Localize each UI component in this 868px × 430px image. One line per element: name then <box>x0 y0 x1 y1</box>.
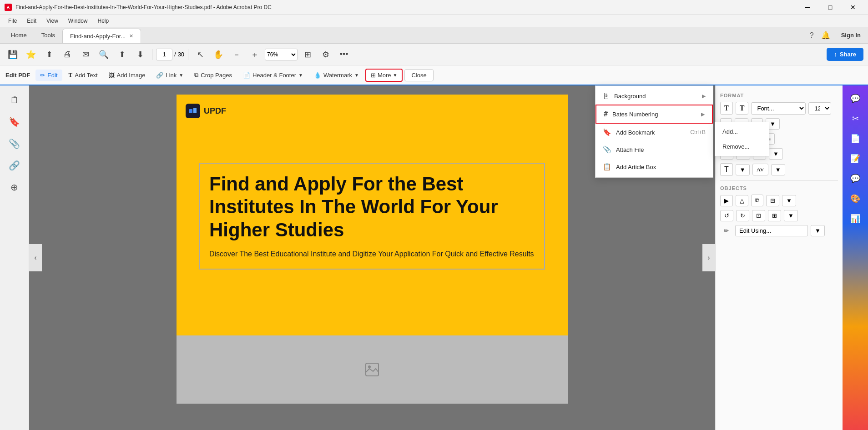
email-button[interactable]: ✉ <box>77 46 94 63</box>
text-normal-btn[interactable]: T <box>720 102 733 115</box>
more-tools-button[interactable]: ••• <box>336 46 352 63</box>
flip-btn[interactable]: ⊡ <box>752 210 765 221</box>
font-color-dropdown[interactable]: ▼ <box>771 164 785 175</box>
dropdown-article-label: Add Article Box <box>616 164 656 170</box>
edit-button[interactable]: ✏ Edit <box>35 70 62 81</box>
close-edit-button[interactable]: Close <box>404 69 433 81</box>
fit-page-button[interactable]: ⊞ <box>299 46 316 63</box>
align-obj-btn[interactable]: ⊟ <box>766 195 779 206</box>
dropdown-add-bookmark[interactable]: 🔖 Add Bookmark Ctrl+B <box>595 124 713 141</box>
layers-button[interactable]: ⊕ <box>5 177 25 197</box>
add-text-button[interactable]: T Add Text <box>64 69 102 81</box>
text-bold-btn[interactable]: T <box>736 102 749 115</box>
shape-btn[interactable]: △ <box>736 195 748 206</box>
help-icon[interactable]: ? <box>810 31 814 40</box>
bates-remove-item[interactable]: Remove... <box>715 139 769 154</box>
text-style-row: T T Font... 12 <box>720 102 838 115</box>
menu-help[interactable]: Help <box>93 16 114 26</box>
updf-chart-button[interactable]: 📊 <box>847 210 864 227</box>
crop-pages-button[interactable]: ⧉ Crop Pages <box>190 69 237 81</box>
watermark-button[interactable]: 💧 Watermark ▼ <box>309 70 363 81</box>
share-button[interactable]: ↑ Share <box>827 48 863 61</box>
tab-document-label: Find-and-Apply-For... <box>70 33 126 40</box>
updf-edit2-button[interactable]: 📝 <box>847 150 864 167</box>
menu-file[interactable]: File <box>4 16 21 26</box>
more-dropdown: 🗄 Background ▶ # Bates Numbering ▶ Add..… <box>595 85 713 178</box>
tab-close-icon[interactable]: ✕ <box>129 33 133 39</box>
crop-obj-btn[interactable]: ⧉ <box>751 195 763 206</box>
updf-color-button[interactable]: 🎨 <box>847 190 864 207</box>
dropdown-bates-numbering[interactable]: # Bates Numbering ▶ Add... Remove... <box>595 105 713 124</box>
menu-edit[interactable]: Edit <box>22 16 41 26</box>
pdf-main-title: Find and Apply For the Best Institutes I… <box>209 173 535 241</box>
bates-icon: # <box>604 110 608 118</box>
sign-in-button[interactable]: Sign In <box>838 30 864 40</box>
bates-add-item[interactable]: Add... <box>715 124 769 139</box>
bookmarks-button[interactable]: 🔖 <box>5 112 25 132</box>
updf-logo: UPDF <box>186 104 226 118</box>
toolbar-separator <box>152 49 152 60</box>
menu-bar: File Edit View Window Help <box>0 15 868 27</box>
thumbnails-button[interactable]: 🗒 <box>5 90 25 110</box>
layer-btn[interactable]: ⊞ <box>768 210 781 221</box>
add-image-button[interactable]: 🖼 Add Image <box>104 70 150 81</box>
upload-button[interactable]: ⬆ <box>41 46 57 63</box>
hand-tool-button[interactable]: ✋ <box>210 46 227 63</box>
tools-button[interactable]: ⚙ <box>318 46 334 63</box>
font-dropdown[interactable]: Font... <box>751 102 806 115</box>
select-tool-button[interactable]: ↖ <box>192 46 208 63</box>
edit-toolbar: Edit PDF ✏ Edit T Add Text 🖼 Add Image 🔗… <box>0 65 868 85</box>
more-button[interactable]: ⊞ More ▼ <box>365 69 403 82</box>
font-size-dropdown[interactable]: 12 <box>808 102 831 115</box>
layer-dropdown[interactable]: ▼ <box>784 210 798 221</box>
zoom-in-button[interactable]: ＋ <box>247 46 263 63</box>
dropdown-add-article-box[interactable]: 📋 Add Article Box <box>595 158 713 175</box>
tab-document[interactable]: Find-and-Apply-For... ✕ <box>62 29 141 43</box>
rotate-left-btn[interactable]: ↺ <box>720 210 733 221</box>
zoom-select[interactable]: 76% 50% 100% 150% <box>265 49 298 60</box>
page-number-input[interactable] <box>156 49 172 60</box>
rotate-right-btn[interactable]: ↻ <box>736 210 749 221</box>
next-page-button[interactable]: ⬇ <box>132 46 148 63</box>
font-size-t-btn[interactable]: T <box>720 163 733 176</box>
close-button[interactable]: ✕ <box>843 0 863 15</box>
header-footer-dropdown-icon: ▼ <box>298 73 303 78</box>
save-button[interactable]: 💾 <box>5 46 21 63</box>
minimize-button[interactable]: ─ <box>797 0 818 15</box>
tab-tools[interactable]: Tools <box>34 27 62 43</box>
previous-page-button[interactable]: ⬆ <box>114 46 130 63</box>
font-color-btn[interactable]: AV <box>752 164 768 175</box>
zoom-out-search-button[interactable]: 🔍 <box>96 46 112 63</box>
menu-view[interactable]: View <box>42 16 63 26</box>
dropdown-attach-file[interactable]: 📎 Attach File <box>595 141 713 158</box>
pdf-page: UPDF Find and Apply For the Best Institu… <box>177 95 568 404</box>
edit-using-dropdown[interactable]: ▼ <box>811 225 825 236</box>
align-obj-dropdown[interactable]: ▼ <box>782 195 796 206</box>
more-grid-icon: ⊞ <box>371 72 376 79</box>
notification-icon[interactable]: 🔔 <box>821 31 830 40</box>
play-btn[interactable]: ▶ <box>720 195 733 206</box>
maximize-button[interactable]: □ <box>820 0 841 15</box>
updf-chat-button[interactable]: 💬 <box>847 90 864 107</box>
pdf-yellow-section: UPDF Find and Apply For the Best Institu… <box>177 95 568 335</box>
header-footer-button[interactable]: 📄 Header & Footer ▼ <box>238 70 308 81</box>
updf-doc-button[interactable]: 📄 <box>847 130 864 147</box>
edit-using-button[interactable]: Edit Using... <box>735 225 808 236</box>
link-button[interactable]: 🔗 Link ▼ <box>151 70 188 81</box>
zoom-out-button[interactable]: － <box>228 46 245 63</box>
links-button[interactable]: 🔗 <box>5 155 25 175</box>
updf-comment-button[interactable]: 💬 <box>847 170 864 187</box>
bookmark-button[interactable]: ⭐ <box>23 46 39 63</box>
updf-cut-button[interactable]: ✂ <box>847 110 864 127</box>
tab-home[interactable]: Home <box>4 27 34 43</box>
attachments-button[interactable]: 📎 <box>5 134 25 154</box>
font-format-row: T ▼ AV ▼ <box>720 163 838 176</box>
outdent-dropdown[interactable]: ▼ <box>769 148 783 160</box>
scroll-left-button[interactable]: ‹ <box>29 244 42 271</box>
dropdown-background[interactable]: 🗄 Background ▶ <box>595 88 713 105</box>
menu-window[interactable]: Window <box>64 16 92 26</box>
scroll-right-button[interactable]: › <box>702 244 715 271</box>
font-size-t-dropdown[interactable]: ▼ <box>736 164 750 175</box>
bates-sub-dropdown: Add... Remove... <box>715 122 769 156</box>
print-button[interactable]: 🖨 <box>59 46 76 63</box>
